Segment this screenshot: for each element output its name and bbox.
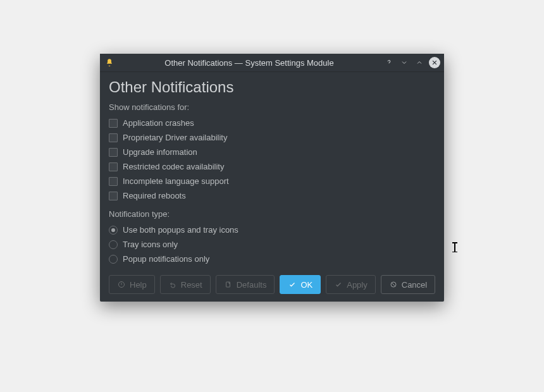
cancel-button-label: Cancel [402, 280, 427, 290]
radio[interactable] [109, 226, 118, 235]
text-cursor-icon [454, 242, 455, 252]
radio-label: Tray icons only [123, 240, 178, 249]
page-title: Other Notifications [109, 78, 435, 96]
checkbox-label: Application crashes [123, 118, 194, 128]
help-icon[interactable] [383, 57, 395, 68]
notification-type-label: Notification type: [109, 209, 435, 219]
checkbox-row[interactable]: Upgrade information [109, 145, 435, 159]
window-title: Other Notifications — System Settings Mo… [115, 58, 383, 68]
checkbox-label: Required reboots [123, 191, 186, 200]
titlebar[interactable]: Other Notifications — System Settings Mo… [100, 54, 444, 72]
radio-row[interactable]: Use both popups and tray icons [109, 223, 435, 237]
checkbox-label: Restricted codec availability [123, 162, 224, 171]
radio[interactable] [109, 240, 118, 249]
help-button-icon [117, 280, 126, 289]
content-area: Other Notifications Show notifications f… [100, 72, 444, 302]
checkbox-row[interactable]: Required reboots [109, 188, 435, 203]
defaults-icon [224, 280, 233, 289]
checkbox[interactable] [109, 133, 118, 142]
apply-check-icon [334, 280, 343, 289]
checkbox[interactable] [109, 177, 118, 186]
radio-label: Popup notifications only [123, 254, 209, 264]
checkbox[interactable] [109, 148, 118, 157]
checkbox-label: Proprietary Driver availability [123, 133, 227, 142]
checkbox-label: Upgrade information [123, 147, 197, 157]
chevron-up-icon[interactable] [414, 57, 425, 68]
defaults-button[interactable]: Defaults [216, 275, 275, 294]
settings-window: Other Notifications — System Settings Mo… [100, 54, 444, 302]
button-row: Help Reset Defaults OK [109, 275, 435, 294]
reset-button-label: Reset [181, 280, 202, 290]
radio-row[interactable]: Tray icons only [109, 237, 435, 252]
show-for-label: Show notifications for: [109, 102, 435, 112]
cancel-icon [389, 280, 398, 289]
checkbox-row[interactable]: Incomplete language support [109, 174, 435, 188]
help-button-label: Help [130, 280, 147, 290]
checkbox-row[interactable]: Application crashes [109, 116, 435, 130]
svg-rect-1 [226, 282, 230, 287]
reset-button[interactable]: Reset [160, 275, 211, 294]
apply-button[interactable]: Apply [326, 275, 376, 294]
checkbox-row[interactable]: Proprietary Driver availability [109, 130, 435, 145]
chevron-down-icon[interactable] [399, 57, 410, 68]
bell-icon [104, 57, 115, 68]
checkbox[interactable] [109, 162, 118, 171]
checkbox-row[interactable]: Restricted codec availability [109, 159, 435, 174]
help-button[interactable]: Help [109, 275, 155, 294]
check-icon [288, 280, 297, 289]
apply-button-label: Apply [347, 280, 368, 290]
cancel-button[interactable]: Cancel [381, 275, 435, 294]
radio-label: Use both popups and tray icons [123, 225, 238, 235]
close-icon[interactable] [429, 57, 440, 68]
undo-icon [168, 280, 177, 289]
checkbox[interactable] [109, 119, 118, 128]
checkbox-label: Incomplete language support [123, 176, 229, 186]
radio[interactable] [109, 255, 118, 264]
ok-button-label: OK [300, 280, 312, 290]
defaults-button-label: Defaults [237, 280, 267, 290]
checkbox[interactable] [109, 192, 118, 200]
radio-row[interactable]: Popup notifications only [109, 252, 435, 266]
ok-button[interactable]: OK [280, 275, 321, 294]
